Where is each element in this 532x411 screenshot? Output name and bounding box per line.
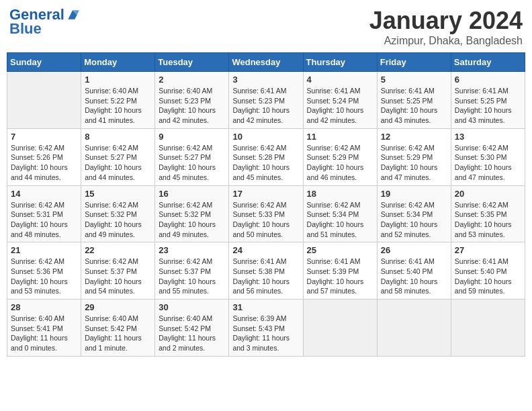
day-info: Sunrise: 6:42 AM Sunset: 5:26 PM Dayligh…	[11, 143, 77, 183]
calendar-cell: 31Sunrise: 6:39 AM Sunset: 5:43 PM Dayli…	[229, 300, 303, 357]
day-number: 15	[85, 189, 151, 199]
day-number: 3	[232, 75, 299, 85]
location-subtitle: Azimpur, Dhaka, Bangladesh	[369, 35, 523, 47]
day-info: Sunrise: 6:41 AM Sunset: 5:40 PM Dayligh…	[381, 257, 447, 296]
calendar-cell: 12Sunrise: 6:42 AM Sunset: 5:29 PM Dayli…	[377, 128, 451, 185]
day-number: 25	[307, 245, 373, 255]
day-number: 24	[232, 245, 299, 255]
day-info: Sunrise: 6:42 AM Sunset: 5:27 PM Dayligh…	[159, 143, 225, 183]
calendar-cell: 21Sunrise: 6:42 AM Sunset: 5:36 PM Dayli…	[7, 242, 81, 300]
calendar-cell: 29Sunrise: 6:40 AM Sunset: 5:42 PM Dayli…	[81, 300, 155, 357]
day-info: Sunrise: 6:42 AM Sunset: 5:34 PM Dayligh…	[381, 200, 447, 240]
day-number: 23	[159, 245, 225, 255]
day-number: 6	[455, 75, 521, 85]
calendar-cell: 6Sunrise: 6:41 AM Sunset: 5:25 PM Daylig…	[451, 72, 525, 129]
calendar-cell: 4Sunrise: 6:41 AM Sunset: 5:24 PM Daylig…	[303, 72, 377, 129]
weekday-header-sunday: Sunday	[7, 53, 81, 72]
logo: General Blue	[9, 7, 79, 38]
calendar-cell	[7, 72, 81, 129]
day-info: Sunrise: 6:40 AM Sunset: 5:42 PM Dayligh…	[85, 314, 151, 353]
day-info: Sunrise: 6:42 AM Sunset: 5:37 PM Dayligh…	[159, 257, 225, 296]
calendar-cell: 7Sunrise: 6:42 AM Sunset: 5:26 PM Daylig…	[7, 128, 81, 185]
day-info: Sunrise: 6:41 AM Sunset: 5:40 PM Dayligh…	[455, 257, 521, 296]
calendar-week-row: 7Sunrise: 6:42 AM Sunset: 5:26 PM Daylig…	[7, 128, 525, 185]
day-info: Sunrise: 6:42 AM Sunset: 5:29 PM Dayligh…	[307, 143, 373, 183]
day-number: 7	[11, 132, 77, 142]
logo-icon	[66, 8, 79, 21]
day-number: 13	[455, 132, 521, 142]
weekday-header-thursday: Thursday	[303, 53, 377, 72]
calendar-table: SundayMondayTuesdayWednesdayThursdayFrid…	[7, 52, 525, 357]
day-info: Sunrise: 6:40 AM Sunset: 5:41 PM Dayligh…	[11, 314, 77, 353]
calendar-cell: 9Sunrise: 6:42 AM Sunset: 5:27 PM Daylig…	[155, 128, 229, 185]
calendar-cell: 20Sunrise: 6:42 AM Sunset: 5:35 PM Dayli…	[451, 185, 525, 242]
day-info: Sunrise: 6:41 AM Sunset: 5:39 PM Dayligh…	[307, 257, 373, 296]
calendar-cell: 14Sunrise: 6:42 AM Sunset: 5:31 PM Dayli…	[7, 185, 81, 242]
calendar-cell: 10Sunrise: 6:42 AM Sunset: 5:28 PM Dayli…	[229, 128, 303, 185]
day-number: 8	[85, 132, 151, 142]
calendar-cell: 18Sunrise: 6:42 AM Sunset: 5:34 PM Dayli…	[303, 185, 377, 242]
day-info: Sunrise: 6:42 AM Sunset: 5:33 PM Dayligh…	[232, 200, 299, 240]
day-info: Sunrise: 6:42 AM Sunset: 5:35 PM Dayligh…	[455, 200, 521, 240]
day-number: 2	[159, 75, 225, 85]
day-number: 14	[11, 189, 77, 199]
day-info: Sunrise: 6:41 AM Sunset: 5:23 PM Dayligh…	[232, 86, 299, 126]
weekday-header-tuesday: Tuesday	[155, 53, 229, 72]
calendar-cell: 15Sunrise: 6:42 AM Sunset: 5:32 PM Dayli…	[81, 185, 155, 242]
day-info: Sunrise: 6:42 AM Sunset: 5:30 PM Dayligh…	[455, 143, 521, 183]
weekday-header-row: SundayMondayTuesdayWednesdayThursdayFrid…	[7, 53, 525, 72]
calendar-week-row: 28Sunrise: 6:40 AM Sunset: 5:41 PM Dayli…	[7, 300, 525, 357]
weekday-header-friday: Friday	[377, 53, 451, 72]
day-number: 20	[455, 189, 521, 199]
day-info: Sunrise: 6:40 AM Sunset: 5:23 PM Dayligh…	[159, 86, 225, 126]
calendar-cell: 24Sunrise: 6:41 AM Sunset: 5:38 PM Dayli…	[229, 242, 303, 300]
main-title: January 2024	[369, 7, 523, 35]
calendar-cell: 5Sunrise: 6:41 AM Sunset: 5:25 PM Daylig…	[377, 72, 451, 129]
calendar-body: 1Sunrise: 6:40 AM Sunset: 5:22 PM Daylig…	[7, 72, 525, 357]
calendar-cell: 11Sunrise: 6:42 AM Sunset: 5:29 PM Dayli…	[303, 128, 377, 185]
day-info: Sunrise: 6:41 AM Sunset: 5:25 PM Dayligh…	[455, 86, 521, 126]
calendar-week-row: 1Sunrise: 6:40 AM Sunset: 5:22 PM Daylig…	[7, 72, 525, 129]
day-info: Sunrise: 6:41 AM Sunset: 5:38 PM Dayligh…	[232, 257, 299, 296]
day-number: 1	[85, 75, 151, 85]
calendar-cell: 16Sunrise: 6:42 AM Sunset: 5:32 PM Dayli…	[155, 185, 229, 242]
calendar-cell	[451, 300, 525, 357]
calendar-cell: 25Sunrise: 6:41 AM Sunset: 5:39 PM Dayli…	[303, 242, 377, 300]
day-number: 27	[455, 245, 521, 255]
day-number: 16	[159, 189, 225, 199]
calendar-cell: 17Sunrise: 6:42 AM Sunset: 5:33 PM Dayli…	[229, 185, 303, 242]
calendar-cell	[377, 300, 451, 357]
day-info: Sunrise: 6:41 AM Sunset: 5:24 PM Dayligh…	[307, 86, 373, 126]
page-header: General Blue January 2024 Azimpur, Dhaka…	[7, 7, 525, 47]
day-number: 17	[232, 189, 299, 199]
day-number: 22	[85, 245, 151, 255]
day-info: Sunrise: 6:41 AM Sunset: 5:25 PM Dayligh…	[381, 86, 447, 126]
calendar-cell: 22Sunrise: 6:42 AM Sunset: 5:37 PM Dayli…	[81, 242, 155, 300]
day-info: Sunrise: 6:42 AM Sunset: 5:27 PM Dayligh…	[85, 143, 151, 183]
calendar-cell: 26Sunrise: 6:41 AM Sunset: 5:40 PM Dayli…	[377, 242, 451, 300]
calendar-cell: 28Sunrise: 6:40 AM Sunset: 5:41 PM Dayli…	[7, 300, 81, 357]
calendar-cell: 30Sunrise: 6:40 AM Sunset: 5:42 PM Dayli…	[155, 300, 229, 357]
day-number: 10	[232, 132, 299, 142]
day-info: Sunrise: 6:39 AM Sunset: 5:43 PM Dayligh…	[232, 314, 299, 353]
calendar-header: SundayMondayTuesdayWednesdayThursdayFrid…	[7, 53, 525, 72]
calendar-cell: 19Sunrise: 6:42 AM Sunset: 5:34 PM Dayli…	[377, 185, 451, 242]
calendar-cell: 1Sunrise: 6:40 AM Sunset: 5:22 PM Daylig…	[81, 72, 155, 129]
day-number: 12	[381, 132, 447, 142]
day-info: Sunrise: 6:42 AM Sunset: 5:32 PM Dayligh…	[85, 200, 151, 240]
calendar-week-row: 14Sunrise: 6:42 AM Sunset: 5:31 PM Dayli…	[7, 185, 525, 242]
day-number: 11	[307, 132, 373, 142]
calendar-cell: 27Sunrise: 6:41 AM Sunset: 5:40 PM Dayli…	[451, 242, 525, 300]
day-number: 29	[85, 302, 151, 312]
day-number: 21	[11, 245, 77, 255]
weekday-header-saturday: Saturday	[451, 53, 525, 72]
day-info: Sunrise: 6:42 AM Sunset: 5:28 PM Dayligh…	[232, 143, 299, 183]
day-info: Sunrise: 6:42 AM Sunset: 5:29 PM Dayligh…	[381, 143, 447, 183]
day-number: 19	[381, 189, 447, 199]
calendar-cell: 2Sunrise: 6:40 AM Sunset: 5:23 PM Daylig…	[155, 72, 229, 129]
day-number: 26	[381, 245, 447, 255]
weekday-header-wednesday: Wednesday	[229, 53, 303, 72]
calendar-cell: 8Sunrise: 6:42 AM Sunset: 5:27 PM Daylig…	[81, 128, 155, 185]
weekday-header-monday: Monday	[81, 53, 155, 72]
day-info: Sunrise: 6:42 AM Sunset: 5:32 PM Dayligh…	[159, 200, 225, 240]
